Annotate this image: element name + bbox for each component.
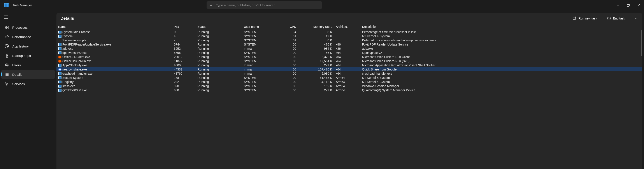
table-row[interactable]: crashpad_handler.exe48760Runningmmrah005… [56, 71, 642, 76]
sidebar-item-users[interactable]: Users [1, 60, 55, 70]
sidebar-item-details[interactable]: Details [1, 70, 55, 79]
table-row[interactable]: System interrupts-RunningSYSTEM010 KDefe… [56, 38, 642, 42]
cell-name: System interrupts [56, 38, 172, 42]
cell-name: crashpad_handler.exe [56, 71, 172, 76]
cell-status: Running [196, 71, 242, 76]
column-header-desc[interactable]: Description [360, 24, 642, 30]
cell-memory: 12,564 K [298, 59, 334, 63]
cell-name: QcSkExt8380.exe [56, 88, 172, 92]
cell-desc: Microsoft Office Click-to-Run Client [360, 55, 642, 59]
cell-status: Running [196, 63, 242, 67]
table-row[interactable]: OfficeClickToRun.exe11872RunningSYSTEM00… [56, 59, 642, 63]
search-input[interactable] [216, 3, 319, 7]
cell-user: SYSTEM [242, 76, 278, 80]
table-row[interactable]: OfficeC2RClient.exe20612RunningSYSTEM002… [56, 55, 642, 59]
table-row[interactable]: openvpnserv2.exe5696RunningSYSTEM0056 Kx… [56, 50, 642, 55]
cell-status: Running [196, 76, 242, 80]
close-button[interactable] [634, 0, 644, 10]
sidebar-item-services[interactable]: Services [1, 79, 55, 88]
cell-pid: 9600 [172, 63, 196, 67]
run-new-task-button[interactable]: Run new task [570, 15, 600, 22]
column-header-arch[interactable]: Architec... [334, 24, 360, 30]
cell-status: Running [196, 38, 242, 42]
table-row[interactable]: System Idle Process0RunningSYSTEM948 KPe… [56, 30, 642, 34]
window-controls [612, 0, 644, 10]
cell-memory: 12 K [298, 34, 334, 38]
sidebar-item-label: Users [12, 63, 21, 67]
cell-arch: x86 [334, 46, 360, 50]
table-row[interactable]: nearby_share.exe44332Runningmmrah00167,4… [56, 67, 642, 71]
column-header-user[interactable]: User name [242, 24, 278, 30]
column-header-name[interactable]: Name [56, 24, 172, 30]
end-task-button[interactable]: End task [604, 15, 628, 22]
cell-user: SYSTEM [242, 55, 278, 59]
maximize-button[interactable] [623, 0, 634, 10]
more-button[interactable] [632, 15, 640, 22]
cell-name: smss.exe [56, 84, 172, 88]
cell-pid: 232 [172, 80, 196, 84]
cell-status: Running [196, 67, 242, 71]
cell-desc: Qualcomm(R) System Manager Device [360, 88, 642, 92]
table-row[interactable]: smss.exe920RunningSYSTEM00152 KArm64Wind… [56, 84, 642, 88]
column-header-cpu[interactable]: CPU [278, 24, 298, 30]
table-row[interactable]: QcSkExt8380.exe988RunningSYSTEM00272 KAr… [56, 88, 642, 92]
cell-pid: 988 [172, 88, 196, 92]
process-icon [58, 31, 62, 34]
cell-desc: NT Kernel & System [360, 34, 642, 38]
svg-rect-11 [7, 26, 8, 27]
search-box[interactable] [206, 1, 322, 9]
nav-icon [4, 53, 9, 58]
table-row[interactable]: adb.exe3952Runningmmrah00984 Kx86adb.exe [56, 46, 642, 50]
cell-cpu: 00 [278, 59, 298, 63]
table-row[interactable]: Registry232RunningSYSTEM004,112 KArm64NT… [56, 80, 642, 84]
cell-memory: 5,080 K [298, 71, 334, 76]
column-header-pid[interactable]: PID [172, 24, 196, 30]
cell-arch: x86 [334, 42, 360, 46]
table-row[interactable]: FoxitPDFReaderUpdateService.exe5744Runni… [56, 42, 642, 46]
sidebar-item-label: Processes [12, 26, 28, 29]
cell-desc: NT Kernel & System [360, 76, 642, 80]
cell-user: SYSTEM [242, 50, 278, 55]
cell-cpu: 00 [278, 46, 298, 50]
sidebar-item-performance[interactable]: Performance [1, 32, 55, 41]
divider [630, 16, 630, 21]
more-icon [635, 16, 636, 20]
column-header-memory[interactable]: Memory (ac... [298, 24, 334, 30]
svg-rect-10 [5, 26, 6, 27]
cell-pid: 5696 [172, 50, 196, 55]
cell-desc: Deferred procedure calls and interrupt s… [360, 38, 642, 42]
column-header-status[interactable]: Status [196, 24, 242, 30]
cell-memory: 4,112 K [298, 80, 334, 84]
scrollbar-thumb[interactable] [641, 30, 642, 56]
cell-pid: 188 [172, 76, 196, 80]
table-row[interactable]: System4RunningSYSTEM0112 KNT Kernel & Sy… [56, 34, 642, 38]
table-row[interactable]: AppVShNotify.exe9600Runningmmrah00272 Kx… [56, 63, 642, 67]
cell-pid: 5744 [172, 42, 196, 46]
cell-cpu: 00 [278, 63, 298, 67]
cell-arch: Arm64 [334, 76, 360, 80]
cell-name: Registry [56, 80, 172, 84]
cell-desc: Microsoft Office Click-to-Run (SxS) [360, 59, 642, 63]
nav-icon [4, 25, 9, 30]
sidebar-item-startup-apps[interactable]: Startup apps [1, 51, 55, 60]
sidebar-item-processes[interactable]: Processes [1, 23, 55, 32]
table-row[interactable]: Secure System188RunningSYSTEM0051,468 KA… [56, 76, 642, 80]
main-panel: Details Run new task End task [56, 10, 644, 169]
cell-pid: 44332 [172, 67, 196, 71]
process-icon [58, 89, 62, 92]
divider [602, 16, 602, 21]
svg-line-1 [212, 6, 212, 6]
cell-user: SYSTEM [242, 88, 278, 92]
cell-cpu: 94 [278, 30, 298, 34]
minimize-button[interactable] [612, 0, 623, 10]
cell-desc: crashpad_handler.exe [360, 71, 642, 76]
hamburger-button[interactable] [1, 13, 10, 22]
process-icon [58, 52, 62, 54]
process-icon [58, 35, 62, 38]
cell-user: SYSTEM [242, 80, 278, 84]
run-task-icon [572, 16, 576, 20]
cell-desc: NT Kernel & System [360, 80, 642, 84]
sidebar-item-app-history[interactable]: App history [1, 42, 55, 51]
cell-status: Running [196, 59, 242, 63]
cell-memory: 476 K [298, 42, 334, 46]
